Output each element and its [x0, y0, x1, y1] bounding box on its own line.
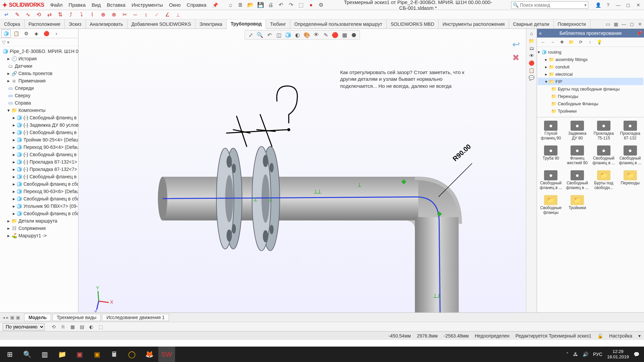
- tray-lang[interactable]: РУС: [593, 352, 602, 357]
- select-icon[interactable]: ⬚: [297, 1, 305, 9]
- menu-window[interactable]: Окно: [169, 2, 181, 8]
- hud-scene-icon[interactable]: 🎨: [303, 31, 311, 39]
- tray-volume-icon[interactable]: 🔊: [583, 352, 588, 357]
- command-search-input[interactable]: [520, 2, 583, 8]
- undo-icon[interactable]: ↶: [277, 1, 284, 9]
- tree-history[interactable]: ▸🕘История: [1, 55, 78, 62]
- sketch-icon-12[interactable]: ↔: [131, 11, 139, 18]
- tree-component[interactable]: ▸ 🧊Свободный фланец в сборе: [1, 210, 78, 217]
- fm-tab-more-icon[interactable]: ›: [52, 29, 61, 38]
- taskbar-app1-icon[interactable]: ▣: [71, 347, 88, 362]
- library-item[interactable]: 📁Бурты под свободн...: [591, 169, 616, 192]
- taskpane-prop-icon[interactable]: 📋: [529, 68, 534, 73]
- sketch-icon-16[interactable]: ⟂: [174, 11, 182, 18]
- hud-prev-icon[interactable]: ↶: [266, 31, 273, 39]
- tree-sensors[interactable]: 🗂Датчики: [1, 62, 78, 70]
- lib-info-icon[interactable]: 💡: [596, 39, 603, 46]
- library-item[interactable]: 📁Переходы: [618, 169, 643, 192]
- hud-wrap-icon[interactable]: ▦: [341, 31, 348, 39]
- viewport-min-icon[interactable]: —: [620, 19, 628, 28]
- save-icon[interactable]: 💾: [257, 1, 264, 9]
- help-icon[interactable]: ?: [604, 1, 612, 9]
- fm-tab-appear-icon[interactable]: 🔴: [42, 29, 51, 38]
- hud-zoomarea-icon[interactable]: 🔍: [256, 31, 264, 39]
- tray-notifications-icon[interactable]: 💬: [634, 352, 639, 357]
- tab-tubing[interactable]: Тюбинг: [266, 19, 290, 28]
- tree-notes[interactable]: ▸🗈Примечания: [1, 77, 78, 84]
- hud-misc-icon[interactable]: ⬣: [350, 31, 358, 39]
- new-icon[interactable]: 🗎: [237, 1, 244, 9]
- sketch-icon-2[interactable]: ∿: [24, 11, 32, 18]
- tree-component[interactable]: ▸ 🧊(-) Свободный фланец в сбо: [1, 173, 78, 180]
- tab-motionstudy[interactable]: Исследование движения 1: [102, 314, 169, 321]
- panel-pin-icon[interactable]: 📌: [636, 31, 642, 36]
- tree-components[interactable]: ▾📁Компоненты: [1, 107, 78, 114]
- sketch-icon-8[interactable]: ⌇: [89, 11, 96, 18]
- library-item[interactable]: ●Прокладка 75-115: [591, 119, 616, 143]
- taskbar-calc-icon[interactable]: 🖩: [106, 347, 123, 362]
- library-item[interactable]: ●Труба 90: [538, 144, 564, 168]
- tray-clock[interactable]: 12:29 18.01.2019: [607, 349, 629, 359]
- tree-component[interactable]: ▸ 🧊(-) Свободный фланец в сбо: [1, 129, 78, 136]
- library-item[interactable]: ●Фланец жесткий 90: [565, 144, 590, 168]
- search-dropdown-icon[interactable]: ▾: [584, 2, 587, 8]
- library-item[interactable]: ●Задвижка ДУ 80 условно: [565, 119, 590, 143]
- tree-filter[interactable]: ▽ ▾: [0, 38, 78, 46]
- tab-weldments[interactable]: Сварные детали: [509, 19, 554, 28]
- cfg-icon-5[interactable]: ◐: [88, 323, 95, 330]
- tab-sketch[interactable]: Эскиз: [65, 19, 86, 28]
- taskpane-home-icon[interactable]: ⌂: [530, 31, 533, 36]
- tab-electrical[interactable]: Электрика: [196, 19, 227, 28]
- lib-back-icon[interactable]: ←: [540, 39, 546, 46]
- tree-component[interactable]: ▸ 🧊Угольник 90 ПВХ<7> (09-Уго: [1, 202, 78, 210]
- tab-userroute[interactable]: Определенный пользователем маршрут: [290, 19, 386, 28]
- tree-right[interactable]: ▭Справа: [1, 99, 78, 107]
- tree-root[interactable]: 🧊Pipe_2-Е-300БО. МРИЯ. Ш1Н 00.00.: [1, 48, 78, 55]
- sketch-icon-13[interactable]: ↕: [142, 11, 150, 18]
- library-item[interactable]: ●Свободный фланец в ...: [565, 169, 590, 192]
- sketch-icon-6[interactable]: ⤴: [67, 11, 74, 18]
- tree-component[interactable]: ▸ 🧊Свободный фланец в сборе: [1, 180, 78, 188]
- library-item[interactable]: 📁Свободные фланцы: [538, 194, 564, 217]
- tree-component[interactable]: ▸ 🧊(-) Задвижка ДУ 80 условно: [1, 121, 78, 129]
- cfg-icon-2[interactable]: ⎘: [59, 323, 67, 330]
- sketch-icon-15[interactable]: ∠: [164, 11, 171, 18]
- cfg-icon-1[interactable]: ⟲: [50, 323, 57, 330]
- menu-help[interactable]: Справка: [187, 2, 207, 8]
- tray-chevron-icon[interactable]: ˄: [566, 352, 569, 357]
- hud-orient-icon[interactable]: 🧊: [284, 31, 292, 39]
- fm-tab-prop-icon[interactable]: 📋: [11, 29, 21, 38]
- fm-tab-display-icon[interactable]: ◈: [32, 29, 41, 38]
- sketch-icon-4[interactable]: ⇄: [46, 11, 53, 18]
- tab-assembly[interactable]: Сборка: [0, 19, 24, 28]
- library-tree[interactable]: ▾🧊routing ▸📁assembly fittings ▸📁conduit …: [537, 47, 644, 117]
- pin-icon[interactable]: 📌: [212, 2, 218, 8]
- hud-appear-icon[interactable]: 🔴: [331, 31, 339, 39]
- taskbar-explorer-icon[interactable]: 📁: [54, 347, 70, 362]
- tree-component[interactable]: ▸ 🧊Свободный фланец в сборе: [1, 195, 78, 202]
- redo-icon[interactable]: ↷: [287, 1, 294, 9]
- library-tree-fip[interactable]: ▾📁FIP: [538, 78, 643, 85]
- tree-component[interactable]: ▸ 🧊(-) Прокладка 87-132<7> (П: [1, 166, 78, 173]
- sketch-icon-7[interactable]: ⤵: [78, 11, 85, 18]
- tree-component[interactable]: ▸ 🧊(-) Прокладка 87-132<1> (П: [1, 158, 78, 166]
- viewport-cascade-icon[interactable]: ▦: [612, 19, 620, 28]
- tab-3dviews[interactable]: Трехмерные виды: [52, 314, 101, 321]
- task-view-icon[interactable]: ▥: [36, 347, 53, 362]
- taskbar-solidworks-icon[interactable]: SW: [158, 347, 175, 362]
- sketch-icon-9[interactable]: ⊕: [99, 11, 107, 18]
- tab-addins[interactable]: Добавления SOLIDWORKS: [127, 19, 196, 28]
- feature-tree[interactable]: 🧊Pipe_2-Е-300БО. МРИЯ. Ш1Н 00.00. ▸🕘Исто…: [0, 46, 78, 328]
- cfg-icon-6[interactable]: ⬚: [97, 323, 104, 330]
- tree-mates[interactable]: ▸⛓Сопряжения: [1, 225, 78, 232]
- library-item[interactable]: 📁Тройники: [565, 194, 590, 217]
- taskbar-app2-icon[interactable]: ▣: [89, 347, 105, 362]
- lib-up-icon[interactable]: ↑: [587, 39, 593, 46]
- hud-hide-icon[interactable]: 👁: [313, 31, 320, 39]
- tab-model[interactable]: Модель: [24, 314, 51, 321]
- config-select[interactable]: По умолчанию: [3, 323, 45, 330]
- lib-fwd-icon[interactable]: →: [549, 39, 556, 46]
- taskpane-lib-icon[interactable]: 📁: [529, 38, 534, 44]
- taskbar-firefox-icon[interactable]: 🦊: [141, 347, 158, 362]
- tree-front[interactable]: ▭Спереди: [1, 84, 78, 92]
